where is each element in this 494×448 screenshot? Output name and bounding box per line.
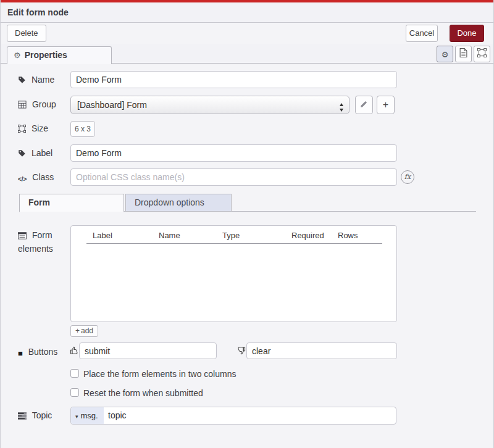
- submit-button-text-input[interactable]: [79, 342, 217, 359]
- gear-icon: ⚙: [14, 51, 21, 60]
- appearance-button[interactable]: [474, 46, 490, 62]
- chevron-down-icon: ▾: [75, 413, 78, 420]
- square-icon: ■: [18, 349, 23, 358]
- edit-form-node-dialog: Edit form node Delete Cancel Done ⚙Prope…: [0, 0, 494, 448]
- group-label: Group: [18, 99, 56, 109]
- form-subtabs: Form Dropdown options: [19, 194, 476, 212]
- tasks-icon: [18, 412, 27, 420]
- plus-icon: +: [75, 326, 80, 335]
- delete-button[interactable]: Delete: [7, 25, 46, 42]
- tag-icon: [18, 76, 26, 84]
- name-label: Name: [18, 75, 54, 85]
- select-updown-icon: [339, 101, 344, 118]
- plus-icon: +: [383, 99, 388, 110]
- tab-properties[interactable]: ⚙Properties: [7, 46, 112, 64]
- dialog-toolbar: Delete Cancel Done: [1, 23, 494, 44]
- add-group-button[interactable]: +: [377, 96, 395, 114]
- column-header-name: Name: [159, 231, 180, 240]
- name-input[interactable]: [70, 71, 397, 88]
- group-select[interactable]: [Dashboard] Form: [70, 96, 350, 114]
- form-elements-label: Form elements: [18, 228, 59, 255]
- add-element-button[interactable]: +add: [70, 325, 98, 337]
- file-text-icon: [459, 48, 467, 57]
- group-select-value: [Dashboard] Form: [77, 100, 147, 110]
- object-group-icon: [18, 125, 26, 133]
- list-alt-icon: [18, 232, 27, 239]
- topic-type-label: msg.: [81, 411, 98, 420]
- tag-icon: [18, 149, 26, 157]
- topic-value[interactable]: topic: [108, 407, 127, 424]
- thumbs-down-icon: [237, 346, 246, 358]
- fx-button[interactable]: fx: [401, 170, 414, 184]
- column-header-rows: Rows: [338, 231, 358, 240]
- dialog-title: Edit form node: [1, 2, 494, 23]
- tab-form[interactable]: Form: [19, 194, 124, 212]
- column-header-type: Type: [222, 231, 240, 240]
- topic-typed-input: ▾msg. topic: [70, 407, 396, 425]
- cancel-button[interactable]: Cancel: [406, 25, 438, 42]
- label-label: Label: [18, 148, 52, 158]
- header-divider: [86, 243, 382, 244]
- class-input[interactable]: [70, 168, 397, 186]
- size-label: Size: [18, 123, 48, 133]
- tab-dropdown-options[interactable]: Dropdown options: [125, 194, 232, 212]
- class-label: </> Class: [18, 172, 54, 183]
- topic-label: Topic: [18, 410, 52, 420]
- reset-on-submit-checkbox-label: Reset the form when submitted: [83, 388, 203, 398]
- size-button[interactable]: 6 x 3: [70, 121, 95, 137]
- properties-panel: Name Group [Dashboard] Form + Size 6 x 3…: [1, 64, 494, 448]
- two-columns-checkbox[interactable]: [70, 369, 79, 378]
- properties-gear-button[interactable]: ⚙: [437, 46, 453, 62]
- tab-properties-label: Properties: [25, 50, 67, 60]
- description-button[interactable]: [455, 46, 472, 62]
- buttons-label: ■ Buttons: [18, 347, 57, 358]
- thumbs-up-icon: [70, 346, 79, 358]
- two-columns-checkbox-label: Place the form elements in two columns: [83, 369, 236, 379]
- object-group-icon: [477, 48, 487, 57]
- edit-group-button[interactable]: [355, 96, 373, 114]
- editor-tab-row: ⚙Properties ⚙: [1, 44, 494, 64]
- gear-icon: ⚙: [442, 50, 449, 59]
- reset-on-submit-checkbox[interactable]: [70, 388, 79, 397]
- label-input[interactable]: [70, 144, 397, 162]
- clear-button-text-input[interactable]: [246, 342, 397, 359]
- form-elements-list: Label Name Type Required Rows: [70, 225, 397, 322]
- done-button[interactable]: Done: [450, 25, 484, 42]
- code-icon: </>: [18, 176, 27, 183]
- pencil-icon: [360, 100, 368, 108]
- column-header-required: Required: [291, 231, 324, 240]
- table-icon: [18, 101, 27, 109]
- column-header-label: Label: [93, 231, 112, 240]
- topic-type-button[interactable]: ▾msg.: [71, 407, 104, 424]
